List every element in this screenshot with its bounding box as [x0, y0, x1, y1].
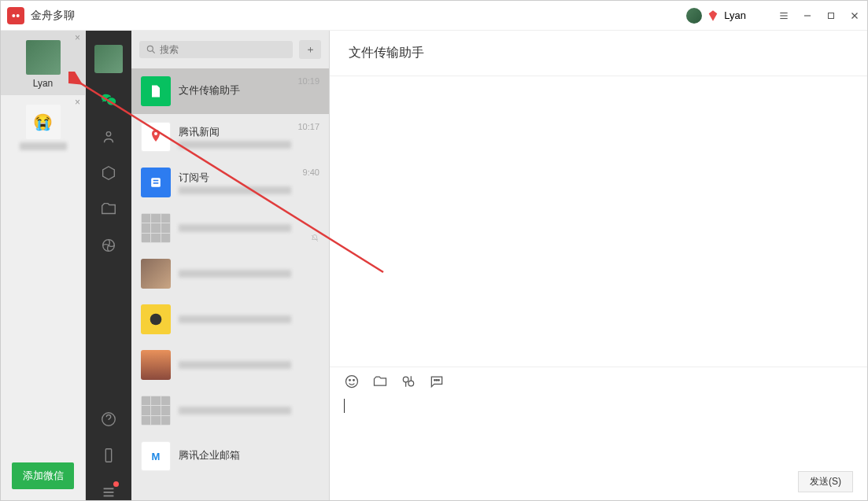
- chat-preview-blurred: [179, 186, 291, 194]
- chat-avatar-mail-icon: M: [141, 441, 171, 471]
- add-chat-button[interactable]: ＋: [299, 40, 321, 59]
- svg-point-31: [436, 380, 438, 381]
- wechat-nav: [86, 31, 131, 500]
- chat-item-tencent-news[interactable]: 腾讯新闻 10:17: [131, 114, 329, 160]
- svg-point-27: [408, 381, 414, 386]
- chat-input-area[interactable]: [330, 396, 867, 471]
- user-name-label: Lyan: [724, 9, 746, 21]
- chat-time: 10:19: [297, 76, 319, 86]
- chat-avatar-news-icon: [141, 122, 171, 152]
- close-button[interactable]: [848, 9, 861, 22]
- chat-avatar-subscription-icon: [141, 168, 171, 197]
- chat-item[interactable]: [131, 342, 329, 388]
- add-wechat-button[interactable]: 添加微信: [12, 462, 74, 489]
- chat-pane: 文件传输助手 发送(S): [330, 31, 867, 500]
- chat-name-blurred: [179, 224, 291, 232]
- account-close-icon[interactable]: ×: [75, 97, 80, 108]
- text-cursor: [344, 399, 345, 413]
- chat-item-subscription[interactable]: 订阅号 9:40: [131, 160, 329, 205]
- account-label: Lyan: [1, 78, 85, 89]
- account-close-icon[interactable]: ×: [75, 32, 80, 43]
- app-logo: [7, 7, 24, 24]
- favorites-icon[interactable]: [100, 164, 117, 182]
- svg-point-22: [150, 314, 162, 326]
- mute-icon: [310, 234, 319, 243]
- chat-avatar: [141, 350, 171, 380]
- search-input[interactable]: [160, 44, 286, 55]
- search-icon: [146, 44, 157, 55]
- chat-name-blurred: [179, 270, 291, 278]
- nav-avatar[interactable]: [94, 45, 123, 73]
- chat-history-icon[interactable]: [429, 374, 445, 389]
- svg-rect-12: [105, 449, 111, 462]
- account-item-lyan[interactable]: × Lyan: [1, 31, 85, 95]
- chat-avatar: [141, 259, 171, 289]
- phone-icon[interactable]: [100, 447, 117, 464]
- chat-name: 腾讯企业邮箱: [179, 448, 319, 462]
- svg-point-16: [147, 46, 153, 51]
- chat-item[interactable]: [131, 205, 329, 251]
- svg-point-25: [353, 380, 355, 381]
- chat-preview-blurred: [179, 141, 291, 149]
- chat-icon[interactable]: [100, 92, 117, 109]
- chat-time: 10:17: [297, 122, 319, 131]
- chat-name: 订阅号: [179, 171, 319, 185]
- contacts-icon[interactable]: [100, 128, 117, 146]
- user-info[interactable]: Lyan: [686, 8, 746, 24]
- chat-avatar-file-icon: [141, 76, 171, 106]
- chat-avatar-group-icon: [141, 213, 171, 243]
- chat-name-blurred: [179, 315, 291, 323]
- svg-point-23: [346, 376, 358, 388]
- chat-item-tencent-mail[interactable]: M 腾讯企业邮箱: [131, 433, 329, 479]
- chat-item-file-transfer[interactable]: 文件传输助手 10:19: [131, 68, 329, 114]
- send-button[interactable]: 发送(S): [798, 471, 853, 492]
- chat-item[interactable]: [131, 297, 329, 342]
- search-box[interactable]: [139, 41, 293, 58]
- chat-time: 9:40: [303, 168, 319, 177]
- maximize-button[interactable]: [825, 9, 837, 22]
- menu-button[interactable]: [778, 9, 790, 22]
- chat-toolbar: [330, 367, 867, 396]
- svg-point-26: [403, 377, 408, 382]
- svg-point-1: [17, 14, 20, 17]
- more-menu-icon[interactable]: [100, 483, 117, 500]
- user-avatar: [686, 8, 702, 24]
- account-avatar: [26, 40, 61, 75]
- svg-point-32: [438, 380, 440, 381]
- accounts-sidebar: × Lyan × 😭 添加微信: [1, 31, 86, 500]
- chat-item[interactable]: [131, 251, 329, 297]
- vip-badge-icon: [707, 9, 719, 22]
- account-label-blurred: [20, 142, 67, 150]
- svg-line-17: [153, 51, 155, 53]
- chat-name-blurred: [179, 361, 291, 369]
- chat-name-blurred: [179, 407, 291, 414]
- svg-rect-6: [829, 13, 834, 18]
- svg-point-18: [154, 132, 157, 135]
- screenshot-icon[interactable]: [401, 374, 416, 389]
- svg-point-0: [12, 14, 15, 17]
- moments-icon[interactable]: [100, 237, 117, 254]
- notification-dot: [113, 481, 119, 487]
- chat-messages[interactable]: [330, 76, 867, 367]
- file-icon[interactable]: [372, 374, 388, 389]
- svg-point-30: [434, 380, 436, 381]
- emoji-icon[interactable]: [344, 374, 360, 389]
- chat-list: ＋ 文件传输助手 10:19 腾讯新闻: [131, 31, 330, 500]
- title-bar: 金舟多聊 Lyan: [1, 1, 867, 31]
- minimize-button[interactable]: [801, 9, 814, 22]
- svg-point-9: [106, 132, 111, 137]
- svg-point-24: [349, 380, 351, 381]
- account-avatar: 😭: [26, 105, 61, 139]
- chat-avatar-group-icon: [141, 396, 171, 425]
- chat-item[interactable]: [131, 388, 329, 433]
- files-icon[interactable]: [100, 201, 117, 218]
- chat-avatar: [141, 304, 171, 334]
- miniprogram-icon[interactable]: [100, 411, 117, 428]
- chat-header-title: 文件传输助手: [330, 31, 867, 76]
- account-item-2[interactable]: × 😭: [1, 95, 85, 160]
- app-title: 金舟多聊: [31, 9, 75, 23]
